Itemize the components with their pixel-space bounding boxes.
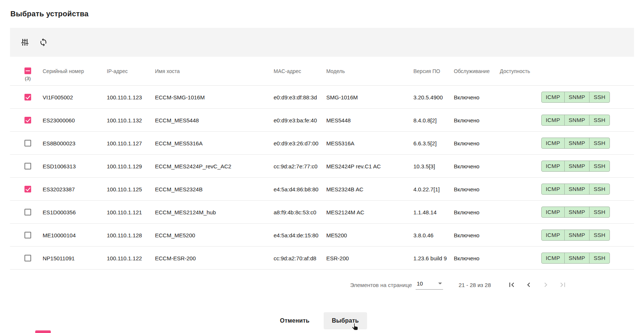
header-select-all: (3) — [24, 67, 31, 81]
cell-hostname: ECCM_MES2124M_hub — [155, 209, 216, 215]
badge-icmp: ICMP — [542, 92, 564, 102]
cell-mac: cc:9d:a2:7e:77:c0 — [274, 163, 317, 169]
filter-columns-button[interactable] — [20, 37, 30, 47]
tune-sliders-icon — [20, 38, 29, 47]
cell-model: ME5200 — [326, 232, 347, 238]
select-all-checkbox[interactable] — [24, 67, 31, 74]
cell-mac: cc:9d:a2:70:af:d8 — [274, 255, 316, 261]
cell-mac: e4:5a:d4:de:15:80 — [274, 232, 318, 238]
refresh-button[interactable] — [39, 37, 48, 47]
select-devices-dialog: Выбрать устройства (3) Серийный номер IP… — [0, 0, 644, 333]
first-page-button[interactable] — [507, 280, 516, 289]
badge-ssh: SSH — [589, 115, 610, 125]
cell-maintenance: Включено — [454, 209, 479, 215]
cell-hostname: ECCM-ESR-200 — [155, 255, 196, 261]
cell-maintenance: Включено — [454, 163, 479, 169]
cell-serial: ME10000104 — [43, 232, 76, 238]
availability-badges: ICMPSNMPSSH — [541, 207, 610, 218]
cell-model: MES2124M AC — [326, 209, 364, 215]
badge-ssh: SSH — [589, 161, 610, 171]
cell-version: 8.4.0.8[2] — [413, 117, 437, 123]
badge-ssh: SSH — [589, 138, 610, 148]
badge-icmp: ICMP — [542, 138, 564, 148]
badge-snmp: SNMP — [564, 138, 589, 148]
table-body: VI1F005002 100.110.1.123 ECCM-SMG-1016M … — [10, 86, 634, 270]
cell-model: ESR-200 — [326, 255, 349, 261]
table-row[interactable]: ES23000060 100.110.1.132 ECCM_MES5448 e0… — [10, 109, 634, 132]
cell-model: SMG-1016M — [326, 94, 358, 100]
cell-mac: a8:f9:4b:8c:53:c0 — [274, 209, 316, 215]
items-per-page-select[interactable]: 10 — [416, 280, 443, 290]
paginator: Элементов на странице 10 21 - 28 из 28 — [10, 270, 634, 300]
cell-hostname: ECCM-SMG-1016M — [155, 94, 205, 100]
table-row[interactable]: NP15011091 100.110.1.122 ECCM-ESR-200 cc… — [10, 247, 634, 270]
row-checkbox[interactable] — [24, 186, 31, 192]
badge-icmp: ICMP — [542, 161, 564, 171]
badge-ssh: SSH — [589, 230, 610, 240]
table-row[interactable]: ES8B000023 100.110.1.127 ECCM_MES5316A e… — [10, 132, 634, 155]
chevron-right-icon — [541, 280, 550, 289]
table-row[interactable]: ES32023387 100.110.1.125 ECCM_MES2324B e… — [10, 178, 634, 201]
select-button[interactable]: Выбрать — [324, 312, 367, 329]
cell-version: 4.0.22.7[1] — [413, 186, 440, 192]
badge-ssh: SSH — [589, 253, 610, 263]
row-checkbox[interactable] — [24, 163, 31, 169]
badge-snmp: SNMP — [564, 207, 589, 217]
badge-snmp: SNMP — [564, 92, 589, 102]
cell-serial: VI1F005002 — [43, 94, 73, 100]
cell-serial: ES32023387 — [43, 186, 75, 192]
cell-ip: 100.110.1.132 — [107, 117, 142, 123]
cell-model: MES2324B AC — [326, 186, 363, 192]
cell-model: MES5448 — [326, 117, 351, 123]
availability-badges: ICMPSNMPSSH — [541, 161, 610, 172]
cell-hostname: ECCM_MES5448 — [155, 117, 199, 123]
cell-serial: ESD1006313 — [43, 163, 76, 169]
cell-maintenance: Включено — [454, 94, 479, 100]
cell-mac: e0:d9:e3:df:88:3d — [274, 94, 317, 100]
badge-snmp: SNMP — [564, 115, 589, 125]
cell-hostname: ECCM_MES5316A — [155, 140, 202, 146]
cell-serial: ES23000060 — [43, 117, 75, 123]
table-toolbar — [10, 28, 634, 57]
row-checkbox[interactable] — [24, 209, 31, 215]
row-checkbox[interactable] — [24, 232, 31, 238]
last-page-icon — [558, 280, 567, 289]
next-page-button — [541, 280, 550, 289]
badge-ssh: SSH — [589, 207, 610, 217]
cell-serial: ES1D000356 — [43, 209, 76, 215]
offscreen-pink-fragment — [35, 330, 51, 333]
cell-mac: e0:d9:e3:ba:fe:40 — [274, 117, 317, 123]
cell-version: 3.8.0.46 — [413, 232, 433, 238]
availability-badges: ICMPSNMPSSH — [541, 115, 610, 126]
previous-page-button[interactable] — [524, 280, 533, 289]
availability-badges: ICMPSNMPSSH — [541, 138, 610, 149]
row-checkbox[interactable] — [24, 255, 31, 261]
first-page-icon — [507, 280, 516, 289]
availability-badges: ICMPSNMPSSH — [541, 230, 610, 241]
table-row[interactable]: ES1D000356 100.110.1.121 ECCM_MES2124M_h… — [10, 201, 634, 224]
badge-snmp: SNMP — [564, 230, 589, 240]
cell-maintenance: Включено — [454, 255, 479, 261]
availability-badges: ICMPSNMPSSH — [541, 184, 610, 195]
cell-model: MES5316A — [326, 140, 354, 146]
table-row[interactable]: ESD1006313 100.110.1.129 ECCM_MES2424P_r… — [10, 155, 634, 178]
table-row[interactable]: VI1F005002 100.110.1.123 ECCM-SMG-1016M … — [10, 86, 634, 109]
selected-count: (3) — [25, 76, 31, 81]
range-label: 21 - 28 из 28 — [459, 282, 491, 288]
badge-icmp: ICMP — [542, 207, 564, 217]
row-checkbox[interactable] — [24, 94, 31, 100]
cell-serial: ES8B000023 — [43, 140, 75, 146]
chevron-left-icon — [524, 280, 533, 289]
cell-maintenance: Включено — [454, 232, 479, 238]
row-checkbox[interactable] — [24, 140, 31, 146]
table-header-row: (3) Серийный номер IP-адрес Имя хоста MA… — [10, 57, 634, 86]
items-per-page-value: 10 — [417, 280, 423, 287]
availability-badges: ICMPSNMPSSH — [541, 253, 610, 264]
cancel-button[interactable]: Отменить — [277, 312, 313, 329]
cell-serial: NP15011091 — [43, 255, 75, 261]
row-checkbox[interactable] — [24, 117, 31, 123]
badge-snmp: SNMP — [564, 184, 589, 194]
table-row[interactable]: ME10000104 100.110.1.128 ECCM_ME5200 e4:… — [10, 224, 634, 247]
availability-badges: ICMPSNMPSSH — [541, 92, 610, 103]
cell-maintenance: Включено — [454, 140, 479, 146]
